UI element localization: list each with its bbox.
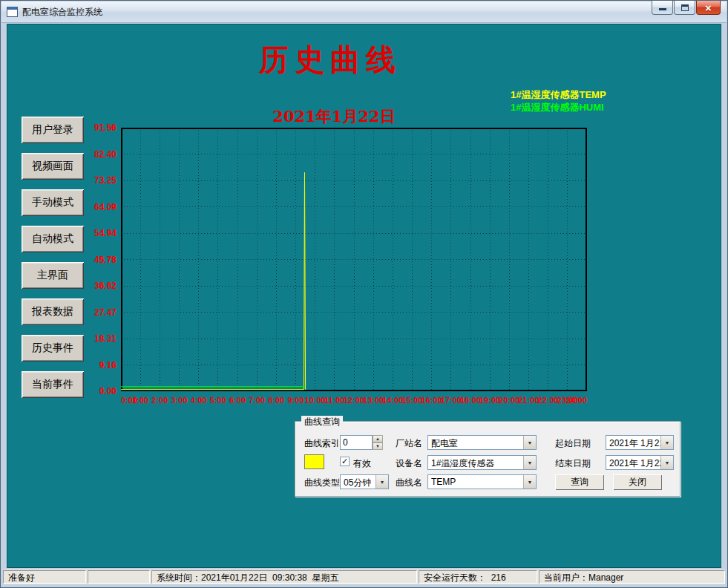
chevron-down-icon: ▼ bbox=[523, 436, 536, 449]
sidebar-item-current-events[interactable]: 当前事件 bbox=[22, 371, 84, 398]
legend-temp: 1#温湿度传感器TEMP bbox=[511, 88, 606, 101]
y-axis-tick: 27.47 bbox=[94, 307, 117, 318]
curve-index-input[interactable] bbox=[340, 435, 373, 450]
x-axis-tick: 16:00 bbox=[422, 396, 442, 405]
x-axis-tick: 6:00 bbox=[229, 396, 246, 405]
device-select[interactable]: 1#温湿度传感器 ▼ bbox=[427, 455, 537, 470]
main-area: 历史曲线 2021年1月22日 1#温湿度传感器TEMP 1#温湿度传感器HUM… bbox=[7, 24, 721, 568]
status-safe-days: 安全运行天数： 216 bbox=[419, 570, 537, 584]
start-date-value: 2021年 1月21日 bbox=[606, 436, 660, 449]
sidebar-item-main-screen[interactable]: 主界面 bbox=[22, 262, 84, 289]
device-label: 设备名 bbox=[396, 457, 422, 470]
sidebar-item-user-login[interactable]: 用户登录 bbox=[22, 117, 84, 143]
sidebar-item-manual-mode[interactable]: 手动模式 bbox=[22, 189, 84, 216]
x-axis-tick: 3:00 bbox=[171, 396, 187, 405]
app-window: 配电室综合监控系统 × 历史曲线 2021年1月22日 1#温湿度传感器TEMP… bbox=[0, 0, 728, 588]
curve-type-label: 曲线类型 bbox=[304, 477, 340, 489]
x-axis-tick: 21:00 bbox=[518, 396, 539, 405]
y-axis-tick: 0.00 bbox=[99, 386, 117, 396]
x-axis-tick: 13:00 bbox=[363, 396, 384, 405]
sidebar: 用户登录 视频画面 手动模式 自动模式 主界面 报表数据 历史事件 当前事件 bbox=[22, 117, 84, 398]
sidebar-item-video-screen[interactable]: 视频画面 bbox=[22, 153, 84, 180]
spinner-down-button[interactable]: ▼ bbox=[373, 442, 383, 450]
chart-date: 2021年1月22日 bbox=[96, 106, 571, 127]
x-axis-tick: 8:00 bbox=[268, 396, 284, 405]
y-axis-tick: 36.62 bbox=[94, 281, 117, 291]
chart-legend: 1#温湿度传感器TEMP 1#温湿度传感器HUMI bbox=[511, 88, 606, 114]
curve-name-select[interactable]: TEMP ▼ bbox=[427, 474, 537, 489]
close-button[interactable]: × bbox=[696, 1, 721, 15]
statusbar: 准备好 系统时间：2021年01月22日 09:30:38 星期五 安全运行天数… bbox=[3, 569, 725, 584]
window-title: 配电室综合监控系统 bbox=[22, 6, 102, 19]
end-date-picker[interactable]: 2021年 1月22日 ▼ bbox=[606, 455, 674, 470]
status-ready: 准备好 bbox=[3, 570, 86, 584]
status-current-user: 当前用户：Manager bbox=[539, 570, 725, 584]
y-axis-tick: 91.56 bbox=[94, 122, 117, 133]
chevron-down-icon: ▼ bbox=[660, 456, 673, 469]
close-icon: × bbox=[705, 2, 712, 13]
y-axis-tick: 18.31 bbox=[94, 333, 117, 344]
x-axis-tick: 20:00 bbox=[499, 396, 519, 405]
app-icon bbox=[7, 7, 18, 17]
x-axis-tick: 5:00 bbox=[210, 396, 226, 405]
y-axis-labels: 91.5682.4073.2564.0954.9445.7836.6227.47… bbox=[78, 128, 117, 391]
curve-color-swatch bbox=[304, 454, 324, 469]
y-axis-tick: 73.25 bbox=[94, 175, 117, 186]
curve-name-value: TEMP bbox=[428, 475, 523, 489]
x-axis-tick: 4:00 bbox=[191, 396, 207, 405]
y-axis-tick: 82.40 bbox=[94, 149, 117, 160]
chart-plot bbox=[121, 128, 587, 391]
station-select[interactable]: 配电室 ▼ bbox=[427, 435, 537, 450]
sidebar-item-report-data[interactable]: 报表数据 bbox=[22, 298, 84, 325]
spinner-up-button[interactable]: ▲ bbox=[373, 435, 383, 442]
maximize-icon bbox=[681, 4, 689, 11]
minimize-icon bbox=[659, 5, 666, 10]
station-label: 厂站名 bbox=[396, 437, 422, 450]
curve-index-label: 曲线索引 bbox=[304, 437, 340, 450]
x-axis-tick: 17:00 bbox=[441, 396, 462, 405]
chevron-down-icon: ▼ bbox=[523, 456, 536, 469]
x-axis-tick: 19:00 bbox=[479, 396, 500, 405]
end-date-label: 结束日期 bbox=[555, 457, 591, 470]
minimize-button[interactable] bbox=[652, 1, 673, 15]
y-axis-tick: 45.78 bbox=[94, 255, 117, 265]
valid-checkbox-label: 有效 bbox=[353, 457, 371, 470]
x-axis-tick: 14:00 bbox=[382, 396, 403, 405]
sidebar-item-auto-mode[interactable]: 自动模式 bbox=[22, 226, 84, 252]
query-panel-title: 曲线查询 bbox=[301, 416, 343, 428]
curve-index-spinner: ▲ ▼ bbox=[373, 435, 383, 450]
legend-humi: 1#温湿度传感器HUMI bbox=[511, 101, 606, 114]
curve-type-value: 05分钟 bbox=[341, 475, 376, 489]
valid-checkbox[interactable]: ✓ bbox=[340, 457, 350, 466]
start-date-label: 起始日期 bbox=[555, 437, 591, 450]
checkmark-icon: ✓ bbox=[341, 457, 348, 466]
curve-type-select[interactable]: 05分钟 ▼ bbox=[340, 474, 389, 489]
x-axis-tick: 9:00 bbox=[287, 396, 304, 405]
page-title: 历史曲线 bbox=[96, 39, 564, 80]
maximize-button[interactable] bbox=[674, 1, 695, 15]
titlebar: 配电室综合监控系统 bbox=[1, 1, 727, 23]
status-system-time: 系统时间：2021年01月22日 09:30:38 星期五 bbox=[151, 570, 417, 584]
x-axis-tick: 1:00 bbox=[132, 396, 148, 405]
x-axis-labels: 0:001:002:003:004:005:006:007:008:009:00… bbox=[121, 396, 587, 408]
x-axis-tick: 2:00 bbox=[151, 396, 168, 405]
x-axis-tick: 10:00 bbox=[305, 396, 326, 405]
sidebar-item-history-events[interactable]: 历史事件 bbox=[22, 335, 84, 362]
y-axis-tick: 54.94 bbox=[94, 228, 117, 238]
start-date-picker[interactable]: 2021年 1月21日 ▼ bbox=[606, 435, 674, 450]
x-axis-tick: 7:00 bbox=[249, 396, 265, 405]
chevron-down-icon: ▼ bbox=[523, 475, 536, 489]
chevron-down-icon: ▼ bbox=[376, 475, 388, 489]
curve-name-label: 曲线名 bbox=[396, 477, 422, 489]
query-button[interactable]: 查询 bbox=[555, 474, 604, 490]
x-axis-tick: 22:00 bbox=[538, 396, 559, 405]
window-controls: × bbox=[652, 1, 721, 15]
query-panel: 曲线查询 曲线索引 ▲ ▼ 厂站名 配电室 ▼ 起始日期 2021年 1月21日… bbox=[295, 421, 681, 497]
x-axis-tick: 12:00 bbox=[344, 396, 364, 405]
chevron-down-icon: ▼ bbox=[660, 436, 673, 449]
device-value: 1#温湿度传感器 bbox=[428, 456, 523, 469]
x-axis-tick: 24:00 bbox=[566, 396, 587, 405]
end-date-value: 2021年 1月22日 bbox=[606, 456, 660, 469]
close-panel-button[interactable]: 关闭 bbox=[613, 474, 662, 490]
x-axis-tick: 11:00 bbox=[324, 396, 345, 405]
